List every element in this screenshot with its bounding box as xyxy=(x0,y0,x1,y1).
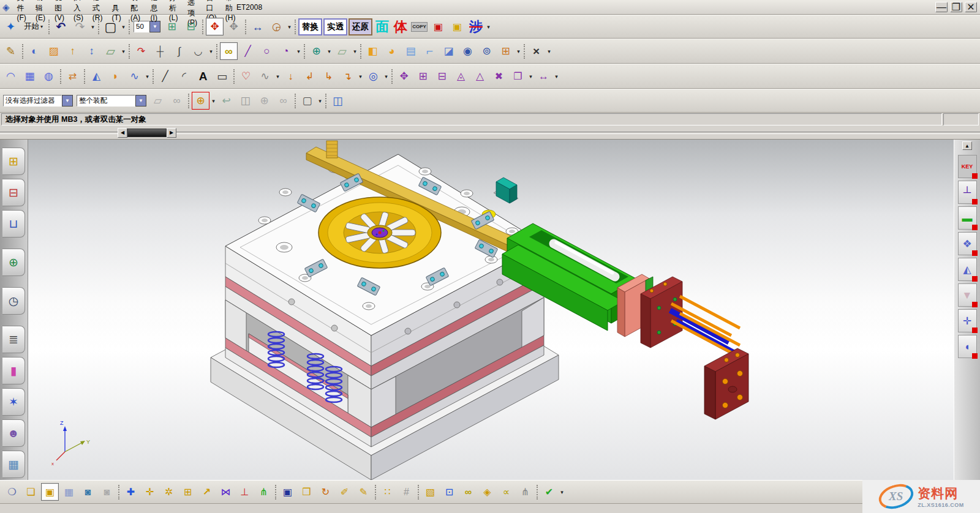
face-display-button[interactable]: 面 xyxy=(374,18,391,36)
offset-sheet-icon[interactable]: ⇄ xyxy=(64,67,81,85)
circle-icon[interactable]: ○ xyxy=(258,42,276,60)
close-button[interactable]: ✕ xyxy=(965,2,977,12)
snapshot-disabled-icon[interactable]: ◙ xyxy=(98,483,116,501)
substitute-component-icon[interactable]: ❒ xyxy=(298,483,315,501)
trim-body-icon[interactable]: ◪ xyxy=(440,42,458,60)
datum-dropdown[interactable]: ▾ xyxy=(120,48,127,54)
component-array-icon[interactable]: ∷ xyxy=(379,483,396,501)
save-icon[interactable]: ▣ xyxy=(279,483,296,501)
minimize-button[interactable]: — xyxy=(935,2,948,12)
datum-plane-icon[interactable]: ▱ xyxy=(102,42,119,60)
selection-scope-combo[interactable]: 整个装配▼ xyxy=(77,95,146,107)
rectangle-icon[interactable]: ▭ xyxy=(213,67,231,85)
wave-editor-icon[interactable]: ⊡ xyxy=(440,483,458,501)
wrap-dropdown[interactable]: ▾ xyxy=(383,73,390,80)
erase-highlight-icon[interactable]: ◫ xyxy=(236,92,254,110)
red-cube-wireframe-icon[interactable]: ▣ xyxy=(429,18,447,36)
graphics-window[interactable]: Z Y x xyxy=(28,140,954,480)
feature-dropdown[interactable]: ▾ xyxy=(515,48,522,54)
find-component-icon[interactable]: ❍ xyxy=(3,483,21,501)
palette-icon[interactable]: ≣ xyxy=(2,326,25,353)
move-component-icon[interactable]: ↗ xyxy=(198,483,216,501)
gallery-icon[interactable]: ▦ xyxy=(2,451,25,478)
object-ops-dropdown[interactable]: ▾ xyxy=(527,73,534,80)
part-navigator-icon[interactable]: ⊔ xyxy=(2,210,25,238)
menu-analysis[interactable]: 分析(L) xyxy=(165,1,183,13)
undo-selection-icon[interactable]: ↩ xyxy=(217,92,235,110)
key-part-thumbnail[interactable]: KEY xyxy=(958,155,977,178)
scroll-right-button[interactable]: ▶ xyxy=(167,128,176,138)
menu-tools[interactable]: 工具(T) xyxy=(108,1,126,13)
plane-dropdown[interactable]: ▾ xyxy=(352,48,358,54)
rotary-unscrewing-core[interactable] xyxy=(318,197,441,268)
undo-list-dropdown[interactable]: ▾ xyxy=(89,24,96,30)
studio-spline-icon[interactable]: ♡ xyxy=(237,67,255,85)
wrap-curve-icon[interactable]: ◎ xyxy=(364,67,382,85)
show-constraints-icon[interactable]: ⊥ xyxy=(236,483,254,501)
wcs-triad[interactable]: Z Y x xyxy=(51,420,90,466)
ruled-surface-icon[interactable]: ◠ xyxy=(2,67,20,85)
menu-file[interactable]: 文件(F) xyxy=(13,1,31,13)
copy-object-display-icon[interactable]: ❐ xyxy=(509,67,527,85)
join-curve-icon[interactable]: ∫ xyxy=(170,42,188,60)
revolve-icon[interactable]: ◕ xyxy=(383,42,401,60)
relink-icon[interactable]: ∝ xyxy=(497,483,515,501)
curve-dropdown[interactable]: ▾ xyxy=(295,48,302,54)
project-curve-icon[interactable]: ↓ xyxy=(282,67,300,85)
snap-point-dropdown[interactable]: ▾ xyxy=(210,98,217,104)
extract-face-icon[interactable]: ↑ xyxy=(64,42,81,60)
menu-edit[interactable]: 编辑(E) xyxy=(32,1,50,13)
text-icon[interactable]: A xyxy=(194,67,212,85)
menu-window[interactable]: 窗口(O) xyxy=(203,1,221,13)
extrude-icon[interactable]: ◧ xyxy=(364,42,382,60)
restore-button[interactable]: ❐ xyxy=(950,2,962,12)
hole-icon[interactable]: ◉ xyxy=(459,42,477,60)
edit-in-window-icon[interactable]: ✎ xyxy=(355,483,372,501)
block-icon[interactable]: ▤ xyxy=(402,42,420,60)
assembly-constraints-icon[interactable]: ⋈ xyxy=(217,483,235,501)
create-parent-icon[interactable]: ✲ xyxy=(160,483,178,501)
menu-assemblies[interactable]: 装配(A) xyxy=(127,1,145,13)
orient-view-icon[interactable]: ⊕ xyxy=(255,92,273,110)
paste-object-icon[interactable]: ⊟ xyxy=(433,67,451,85)
spline-dropdown[interactable]: ▾ xyxy=(274,73,281,80)
materials-icon[interactable]: ▮ xyxy=(2,357,25,384)
intersect-curve-icon[interactable]: ↳ xyxy=(320,67,337,85)
body-display-button[interactable]: 体 xyxy=(392,18,409,36)
remember-constraints-icon[interactable]: ⋔ xyxy=(255,483,273,501)
through-curves-icon[interactable]: ▦ xyxy=(21,67,39,85)
basic-arc-icon[interactable]: ◜ xyxy=(175,67,193,85)
split-body-icon[interactable]: ◐ xyxy=(26,42,43,60)
open-component-icon[interactable]: ❏ xyxy=(22,483,40,501)
wave-geometry-icon[interactable]: ▧ xyxy=(421,483,439,501)
copy-object-icon[interactable]: ⊞ xyxy=(414,67,432,85)
measure-distance-icon[interactable]: ↔ xyxy=(249,18,266,36)
offset-surface-icon[interactable]: ↕ xyxy=(83,42,100,60)
restore-button-cn[interactable]: 还原 xyxy=(349,18,372,36)
move-to-layer-icon[interactable]: ⊟ xyxy=(182,18,200,36)
wave-mode-icon[interactable]: ◈ xyxy=(478,483,496,501)
visual-effects-icon[interactable]: ✶ xyxy=(2,388,25,416)
boolean-dropdown[interactable]: ▾ xyxy=(326,48,333,54)
line-icon[interactable]: ╱ xyxy=(239,42,257,60)
product-interface-icon[interactable]: ⋔ xyxy=(516,483,534,501)
internet-browser-icon[interactable]: ⊕ xyxy=(2,249,25,276)
polyline-icon[interactable]: ∿ xyxy=(256,67,274,85)
interpart-link-icon[interactable]: ∞ xyxy=(459,483,477,501)
object-size-dropdown[interactable]: ▾ xyxy=(553,73,560,80)
yellow-cube-wireframe-icon[interactable]: ▣ xyxy=(448,18,466,36)
basic-line-icon[interactable]: ╱ xyxy=(156,67,174,85)
limit-clamp[interactable] xyxy=(494,178,518,203)
arc-icon[interactable]: ◔ xyxy=(277,42,295,60)
rectangle-select-icon[interactable]: ▢ xyxy=(298,92,316,110)
row1-more-dropdown[interactable]: ▾ xyxy=(485,24,492,30)
slide-block-thumbnail[interactable]: ▬ xyxy=(958,206,977,230)
sheet-dropdown[interactable]: ▾ xyxy=(144,73,151,80)
plug-part-thumbnail[interactable]: ┴ xyxy=(958,181,977,204)
work-layer-combo[interactable]: 50▼ xyxy=(134,21,160,32)
start-button[interactable]: 开始▾ xyxy=(21,18,46,36)
edit-component-icon[interactable]: ✐ xyxy=(336,483,353,501)
history-icon[interactable]: ◷ xyxy=(2,287,25,315)
display-style-dropdown[interactable]: ▾ xyxy=(120,24,127,30)
nx-logo-icon[interactable]: ✦ xyxy=(2,18,20,36)
